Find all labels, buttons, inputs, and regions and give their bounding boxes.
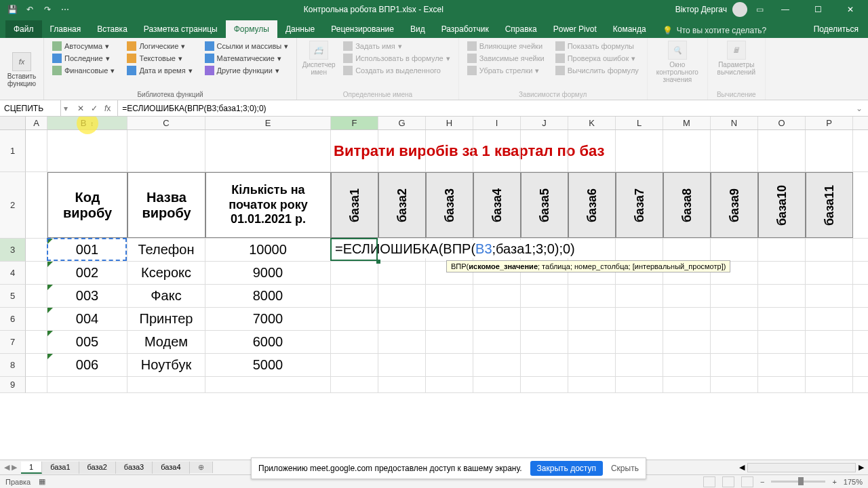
tab-data[interactable]: Данные	[277, 20, 323, 38]
worksheet-grid[interactable]: AB↕CEFGHIJKLMNOP 123456789 Витрати вироб…	[0, 117, 868, 460]
cell-I1[interactable]	[473, 130, 521, 171]
cell-H5[interactable]	[426, 285, 473, 307]
col-header-J[interactable]: J	[521, 117, 568, 129]
header-база3[interactable]: база3	[426, 172, 473, 238]
cell-code-3[interactable]: 001	[47, 239, 127, 261]
cell-E9[interactable]	[205, 377, 331, 392]
cell-qty-6[interactable]: 7000	[205, 308, 331, 330]
col-header-F[interactable]: F	[331, 117, 378, 129]
cell-P4[interactable]	[806, 262, 853, 284]
error-check-button[interactable]: Проверка ошибок ▾	[553, 53, 642, 64]
create-from-selection-button[interactable]: Создать из выделенного	[340, 65, 453, 76]
cell-M5[interactable]	[663, 285, 711, 307]
financial-button[interactable]: Финансовые ▾	[50, 65, 117, 76]
use-in-formula-button[interactable]: Использовать в формуле ▾	[340, 53, 453, 64]
cell-O1[interactable]	[758, 130, 806, 171]
col-header-E[interactable]: E	[205, 117, 331, 129]
cell-G8[interactable]	[378, 354, 426, 376]
evaluate-button[interactable]: Вычислить формулу	[553, 65, 642, 76]
row-header-6[interactable]: 6	[0, 308, 26, 331]
cell-N9[interactable]	[711, 377, 758, 392]
cancel-formula-button[interactable]: ✕	[77, 104, 84, 113]
col-header-M[interactable]: M	[663, 117, 711, 129]
cell-N8[interactable]	[711, 354, 758, 376]
cell-L7[interactable]	[616, 331, 663, 353]
cell-L3[interactable]	[616, 239, 663, 261]
cell-G6[interactable]	[378, 308, 426, 330]
cell-qty-5[interactable]: 8000	[205, 285, 331, 307]
cell-H7[interactable]	[426, 331, 473, 353]
define-name-button[interactable]: Задать имя ▾	[340, 41, 453, 52]
zoom-in-button[interactable]: +	[832, 478, 836, 486]
col-header-K[interactable]: K	[568, 117, 616, 129]
cell-K8[interactable]	[568, 354, 616, 376]
cell-B1[interactable]	[47, 130, 127, 171]
cell-H1[interactable]	[426, 130, 473, 171]
zoom-out-button[interactable]: −	[760, 478, 764, 486]
ribbon-options-icon[interactable]: ▭	[753, 3, 766, 16]
tab-layout[interactable]: Разметка страницы	[136, 20, 226, 38]
cell-P1[interactable]	[806, 130, 853, 171]
cell-C9[interactable]	[127, 377, 205, 392]
cell-O7[interactable]	[758, 331, 806, 353]
cell-A6[interactable]	[26, 308, 47, 330]
cell-E1[interactable]	[205, 130, 331, 171]
datetime-button[interactable]: Дата и время ▾	[124, 65, 195, 76]
cell-A1[interactable]	[26, 130, 47, 171]
cell-B9[interactable]	[47, 377, 127, 392]
name-box[interactable]	[0, 100, 61, 116]
sheet-tab-1[interactable]: 1	[21, 462, 42, 474]
col-header-H[interactable]: H	[426, 117, 473, 129]
cell-L5[interactable]	[616, 285, 663, 307]
cell-M9[interactable]	[663, 377, 711, 392]
calc-options-button[interactable]: 🖩 Параметры вычислений	[713, 41, 760, 76]
cell-F4[interactable]	[331, 262, 378, 284]
name-manager-button[interactable]: 📇 Диспетчер имен	[302, 41, 335, 76]
cell-H9[interactable]	[426, 377, 473, 392]
cell-G1[interactable]	[378, 130, 426, 171]
cell-J1[interactable]	[521, 130, 568, 171]
cell-F7[interactable]	[331, 331, 378, 353]
col-header-C[interactable]: C	[127, 117, 205, 129]
col-header-A[interactable]: A	[26, 117, 47, 129]
watch-window-button[interactable]: 🔍 Окно контрольного значения	[653, 41, 702, 83]
cell-name-6[interactable]: Принтер	[127, 308, 205, 330]
cell-qty-7[interactable]: 6000	[205, 331, 331, 353]
maximize-button[interactable]: ☐	[804, 0, 831, 19]
cell-A2[interactable]	[26, 172, 47, 238]
cell-H8[interactable]	[426, 354, 473, 376]
header-база6[interactable]: база6	[568, 172, 616, 238]
col-header-L[interactable]: L	[616, 117, 663, 129]
enter-formula-button[interactable]: ✓	[91, 104, 98, 113]
cell-K9[interactable]	[568, 377, 616, 392]
save-icon[interactable]: 💾	[5, 3, 19, 16]
cell-A8[interactable]	[26, 354, 47, 376]
sheet-tab-база2[interactable]: база2	[79, 462, 116, 474]
cell-code-6[interactable]: 004	[47, 308, 127, 330]
header-code[interactable]: Код виробу	[47, 172, 127, 238]
header-база5[interactable]: база5	[521, 172, 568, 238]
cell-name-7[interactable]: Модем	[127, 331, 205, 353]
zoom-level[interactable]: 175%	[844, 478, 863, 486]
row-header-1[interactable]: 1	[0, 130, 26, 172]
cell-L8[interactable]	[616, 354, 663, 376]
cell-N1[interactable]	[711, 130, 758, 171]
header-база2[interactable]: база2	[378, 172, 426, 238]
header-база11[interactable]: база11	[806, 172, 853, 238]
logical-button[interactable]: Логические ▾	[124, 41, 195, 52]
header-база9[interactable]: база9	[711, 172, 758, 238]
header-база10[interactable]: база10	[758, 172, 806, 238]
expand-formula-bar-icon[interactable]: ⌄	[850, 104, 868, 113]
cell-J7[interactable]	[521, 331, 568, 353]
cell-J8[interactable]	[521, 354, 568, 376]
cell-P3[interactable]	[806, 239, 853, 261]
cell-A3[interactable]	[26, 239, 47, 261]
cell-N7[interactable]	[711, 331, 758, 353]
cell-K1[interactable]	[568, 130, 616, 171]
cell-O3[interactable]	[758, 239, 806, 261]
tab-review[interactable]: Рецензирование	[323, 20, 402, 38]
cell-N6[interactable]	[711, 308, 758, 330]
trace-precedents-button[interactable]: Влияющие ячейки	[465, 41, 547, 52]
cell-P8[interactable]	[806, 354, 853, 376]
tab-home[interactable]: Главная	[42, 20, 90, 38]
